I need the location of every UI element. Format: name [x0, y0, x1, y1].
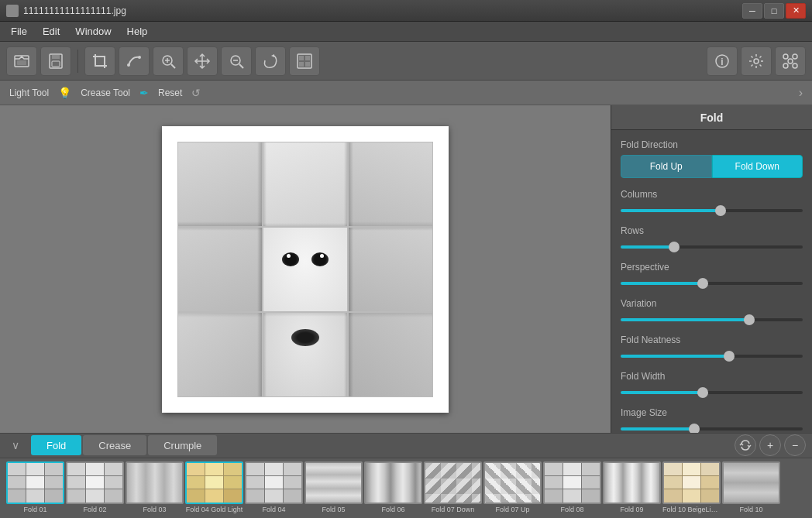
crop-btn[interactable] — [84, 46, 115, 76]
image-size-slider[interactable] — [621, 427, 803, 431]
thumb-label-fold-05: Fold 05 — [322, 506, 345, 513]
save-btn[interactable] — [40, 46, 71, 76]
fold-cell-5 — [263, 227, 348, 312]
rows-slider[interactable] — [621, 245, 803, 249]
fold-cell-7 — [177, 312, 263, 397]
columns-slider[interactable] — [621, 209, 803, 212]
reset-icon[interactable]: ↺ — [191, 87, 201, 99]
toolbar: i — [0, 42, 812, 81]
crease-tool-icon: ✒ — [139, 87, 149, 99]
thumb-img-fold-01 — [6, 461, 64, 504]
thumb-fold-07-down[interactable]: Fold 07 Down — [424, 461, 482, 513]
fold-cell-8 — [263, 312, 348, 397]
fold-direction-section: Fold Direction Fold Up Fold Down — [621, 139, 803, 178]
svg-rect-4 — [52, 61, 60, 67]
tab-crease[interactable]: Crease — [83, 435, 146, 455]
variation-slider-row: Variation — [621, 298, 803, 324]
thumb-img-fold-10 — [722, 461, 780, 504]
thumb-label-fold-08: Fold 08 — [560, 506, 583, 513]
rows-label: Rows — [621, 225, 803, 236]
close-button[interactable]: ✕ — [786, 3, 806, 19]
window-title: 11111111111111111.jpg — [23, 5, 742, 16]
menu-window[interactable]: Window — [67, 23, 119, 39]
fold-direction-label: Fold Direction — [621, 139, 803, 150]
recycle-button[interactable] — [735, 434, 756, 456]
thumb-label-fold-04-gold: Fold 04 Gold Light — [186, 506, 243, 513]
thumb-label-fold-09: Fold 09 — [620, 506, 643, 513]
svg-point-17 — [783, 54, 788, 59]
fold-down-button[interactable]: Fold Down — [712, 155, 803, 178]
fold-cell-3 — [348, 142, 433, 227]
svg-point-19 — [783, 63, 788, 68]
thumb-img-fold-06 — [364, 461, 422, 504]
thumb-fold-08[interactable]: Fold 08 — [543, 461, 601, 513]
effects-btn[interactable] — [775, 46, 806, 76]
svg-rect-1 — [17, 60, 26, 65]
thumb-label-fold-02: Fold 02 — [83, 506, 106, 513]
main-area: Fold Fold Direction Fold Up Fold Down Co… — [0, 105, 812, 433]
tab-crumple[interactable]: Crumple — [148, 435, 217, 455]
thumb-fold-03[interactable]: Fold 03 — [126, 461, 184, 513]
thumb-fold-07-up[interactable]: Fold 07 Up — [483, 461, 542, 513]
rotate-btn[interactable] — [255, 46, 286, 76]
fold-cell-2 — [263, 142, 348, 227]
fold-neatness-slider[interactable] — [621, 355, 803, 358]
curve-btn[interactable] — [119, 46, 150, 76]
perspective-slider[interactable] — [621, 282, 803, 285]
fold-up-button[interactable]: Fold Up — [621, 155, 712, 178]
thumb-fold-05[interactable]: Fold 05 — [304, 461, 363, 513]
thumb-fold-06[interactable]: Fold 06 — [364, 461, 422, 513]
minimize-button[interactable]: ─ — [742, 3, 762, 19]
open-image-btn[interactable] — [6, 46, 37, 76]
menubar: File Edit Window Help — [0, 22, 812, 42]
variation-slider[interactable] — [621, 318, 803, 321]
thumb-fold-04-gold[interactable]: Fold 04 Gold Light — [185, 461, 243, 513]
maximize-button[interactable]: □ — [764, 3, 784, 19]
perspective-slider-row: Perspective — [621, 262, 803, 287]
tab-fold[interactable]: Fold — [31, 435, 81, 455]
thumb-fold-01[interactable]: Fold 01 — [6, 461, 64, 513]
view-btn[interactable] — [289, 46, 320, 76]
menu-file[interactable]: File — [3, 23, 35, 39]
svg-rect-12 — [299, 62, 304, 67]
thumb-label-fold-07-down: Fold 07 Down — [432, 506, 475, 513]
fold-neatness-slider-row: Fold Neatness — [621, 334, 803, 360]
remove-button[interactable]: − — [784, 434, 806, 456]
thumb-label-fold-10-beige: Fold 10 BeigeLight — [662, 506, 721, 513]
fold-neatness-label: Fold Neatness — [621, 334, 803, 345]
fold-controls: Fold Direction Fold Up Fold Down Columns… — [611, 130, 812, 433]
thumbnails-row: Fold 01 Fold 02 Fold 03 — [0, 458, 812, 518]
bottom-tabs: ∨ Fold Crease Crumple + − — [0, 434, 812, 458]
zoom-out-btn[interactable] — [221, 46, 252, 76]
svg-rect-11 — [305, 56, 310, 60]
menu-help[interactable]: Help — [119, 23, 156, 39]
panel-arrow[interactable]: › — [799, 86, 803, 100]
fold-width-slider[interactable] — [621, 391, 803, 394]
thumb-fold-10-beige[interactable]: Fold 10 BeigeLight — [662, 461, 721, 513]
thumb-label-fold-04: Fold 04 — [262, 506, 285, 513]
fold-width-label: Fold Width — [621, 371, 803, 382]
menu-edit[interactable]: Edit — [35, 23, 67, 39]
thumb-img-fold-04 — [245, 461, 303, 504]
thumb-img-fold-08 — [543, 461, 601, 504]
svg-rect-3 — [52, 54, 60, 59]
settings-btn[interactable] — [741, 46, 772, 76]
fold-image-grid — [177, 142, 433, 397]
thumb-img-fold-07-up — [483, 461, 542, 504]
image-size-label: Image Size — [621, 407, 803, 418]
zoom-in-btn[interactable] — [153, 46, 184, 76]
svg-point-20 — [793, 63, 797, 68]
thumb-fold-09[interactable]: Fold 09 — [603, 461, 661, 513]
image-size-slider-row: Image Size — [621, 407, 803, 433]
reset-label[interactable]: Reset — [158, 87, 182, 98]
thumb-fold-02[interactable]: Fold 02 — [66, 461, 124, 513]
rows-slider-row: Rows — [621, 225, 803, 251]
thumb-img-fold-02 — [66, 461, 124, 504]
info-btn[interactable]: i — [707, 46, 738, 76]
thumb-fold-04[interactable]: Fold 04 — [245, 461, 303, 513]
add-button[interactable]: + — [759, 434, 781, 456]
thumb-fold-10[interactable]: Fold 10 — [722, 461, 780, 513]
svg-rect-13 — [305, 62, 310, 67]
collapse-button[interactable]: ∨ — [6, 436, 25, 455]
move-btn[interactable] — [187, 46, 218, 76]
